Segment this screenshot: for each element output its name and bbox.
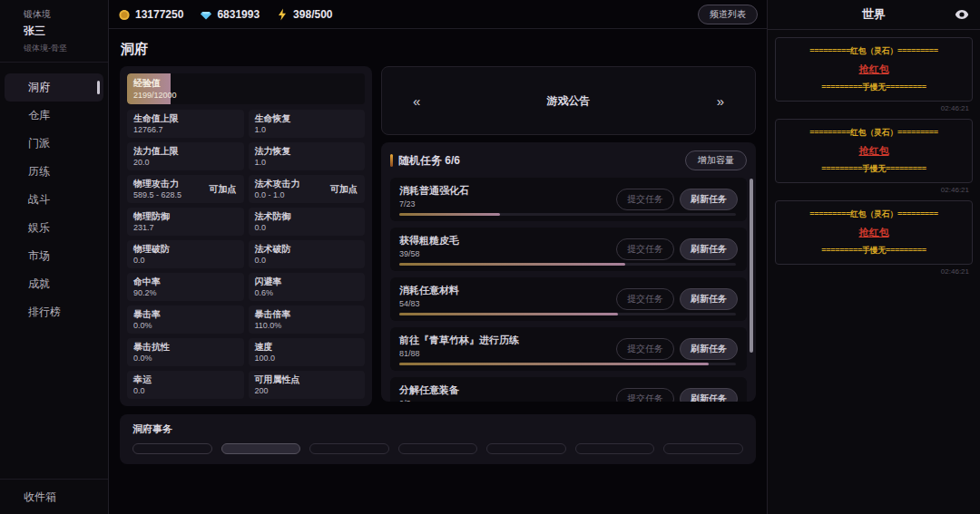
stat-label: 生命恢复 <box>255 113 359 123</box>
sidebar-item-label: 洞府 <box>28 81 50 93</box>
announcement-next-arrow[interactable]: » <box>717 93 724 109</box>
sidebar-item[interactable]: 门派 <box>5 130 103 158</box>
sidebar-item[interactable]: 成就 <box>5 270 103 298</box>
add-point-link[interactable]: 可加点 <box>330 183 358 196</box>
chat-message-wrap: =========红包（灵石）========= 抢红包 =========手慢… <box>775 119 973 194</box>
gold-amount: 13177250 <box>135 8 183 21</box>
affair-button[interactable] <box>309 443 389 454</box>
exp-label: 经验值 <box>133 77 365 90</box>
stat-value: 231.7 <box>133 223 238 232</box>
refresh-task-button[interactable]: 刷新任务 <box>680 388 738 402</box>
stat-box: 暴击抗性 0.0% <box>127 338 244 366</box>
stat-label: 暴击抗性 <box>133 342 238 352</box>
task-progress-fill <box>399 213 500 216</box>
submit-task-button[interactable]: 提交任务 <box>616 388 674 402</box>
sidebar-item[interactable]: 排行榜 <box>5 298 103 326</box>
sidebar-item[interactable]: 娱乐 <box>5 214 103 242</box>
main-area: 13177250 6831993 398/500 频道列表 洞府 <box>109 0 767 514</box>
stat-box: 暴击倍率 110.0% <box>249 305 366 334</box>
task-row: 消耗任意材料 54/83 提交任务 刷新任务 <box>390 277 747 321</box>
game-window: 锻体境 张三 锻体境-骨坚 洞府 仓库 门派 历练 战斗 娱乐 市场 <box>0 0 980 514</box>
grab-red-packet-link[interactable]: 抢红包 <box>859 144 889 158</box>
sidebar-item-label: 市场 <box>28 249 50 262</box>
tasks-scrollbar[interactable] <box>750 179 753 353</box>
stat-box: 生命值上限 12766.7 <box>127 110 244 138</box>
channel-list-button[interactable]: 频道列表 <box>698 5 758 24</box>
sidebar-item-label: 仓库 <box>28 109 50 121</box>
submit-task-button[interactable]: 提交任务 <box>616 288 674 310</box>
affair-button[interactable] <box>663 443 743 454</box>
sidebar-item-label: 排行榜 <box>28 305 61 318</box>
red-packet-banner-bottom: =========手慢无========= <box>779 245 968 257</box>
stat-box: 暴击率 0.0% <box>127 305 244 334</box>
affair-button[interactable] <box>575 443 655 454</box>
refresh-task-button[interactable]: 刷新任务 <box>680 189 738 210</box>
stats-grid: 生命值上限 12766.7 生命恢复 1.0 法力值上限 20.0 <box>127 110 365 399</box>
content-row: 经验值 2199/12000 生命值上限 12766.7 生命恢复 1.0 <box>109 66 767 406</box>
grab-red-packet-link[interactable]: 抢红包 <box>859 226 889 239</box>
stat-value: 1.0 <box>255 158 359 167</box>
add-capacity-button[interactable]: 增加容量 <box>685 150 747 170</box>
stat-label: 暴击率 <box>133 309 238 319</box>
stat-label: 闪避率 <box>255 276 359 286</box>
affair-button[interactable] <box>398 443 478 454</box>
red-packet-message: =========红包（灵石）========= 抢红包 =========手慢… <box>775 200 973 265</box>
energy-currency: 398/500 <box>276 8 332 21</box>
affair-button[interactable] <box>486 443 566 454</box>
sidebar-item[interactable]: 洞府 <box>5 73 103 102</box>
chat-message-wrap: =========红包（灵石）========= 抢红包 =========手慢… <box>775 37 973 112</box>
red-packet-banner-top: =========红包（灵石）========= <box>779 209 968 220</box>
sidebar: 锻体境 张三 锻体境-骨坚 洞府 仓库 门派 历练 战斗 娱乐 市场 <box>0 0 109 514</box>
sidebar-item-inbox[interactable]: 收件箱 <box>0 479 108 514</box>
stat-label: 暴击倍率 <box>255 309 359 319</box>
add-point-link[interactable]: 可加点 <box>210 183 237 196</box>
red-packet-banner-top: =========红包（灵石）========= <box>779 127 968 139</box>
stat-box: 生命恢复 1.0 <box>249 110 366 138</box>
stat-value: 0.0 <box>255 256 359 265</box>
sidebar-item[interactable]: 战斗 <box>5 186 103 214</box>
submit-task-button[interactable]: 提交任务 <box>616 189 674 210</box>
chat-messages: =========红包（灵石）========= 抢红包 =========手慢… <box>768 30 980 514</box>
task-list: 消耗普通强化石 7/23 提交任务 刷新任务 获得粗糙皮毛 <box>390 178 747 402</box>
eye-icon[interactable] <box>955 9 969 20</box>
refresh-task-button[interactable]: 刷新任务 <box>680 238 738 260</box>
sidebar-item-label: 战斗 <box>28 193 50 206</box>
tasks-header: 随机任务 6/6 增加容量 <box>390 150 747 170</box>
task-row: 消耗普通强化石 7/23 提交任务 刷新任务 <box>390 178 747 221</box>
grab-red-packet-link[interactable]: 抢红包 <box>859 63 889 76</box>
stat-value: 110.0% <box>255 321 359 330</box>
submit-task-button[interactable]: 提交任务 <box>616 238 674 260</box>
right-column: « 游戏公告 » 随机任务 6/6 增加容量 消耗普通强化石 7/23 <box>381 66 756 402</box>
red-packet-message: =========红包（灵石）========= 抢红包 =========手慢… <box>775 119 973 183</box>
chat-message-wrap: =========红包（灵石）========= 抢红包 =========手慢… <box>775 200 973 276</box>
refresh-task-button[interactable]: 刷新任务 <box>680 338 738 360</box>
lightning-icon <box>276 8 289 21</box>
sidebar-item[interactable]: 市场 <box>5 242 103 270</box>
affair-button[interactable] <box>132 443 212 454</box>
task-progress-fill <box>399 363 709 365</box>
stat-value: 200 <box>255 386 359 395</box>
submit-task-button[interactable]: 提交任务 <box>616 338 674 360</box>
affairs-buttons <box>132 443 743 454</box>
topbar: 13177250 6831993 398/500 频道列表 <box>109 0 767 29</box>
sidebar-item-label: 历练 <box>28 165 50 178</box>
affair-button[interactable] <box>221 443 301 454</box>
stat-value: 90.2% <box>133 288 238 297</box>
page-title: 洞府 <box>121 41 767 58</box>
sidebar-menu: 洞府 仓库 门派 历练 战斗 娱乐 市场 成就 排行榜 <box>0 63 108 479</box>
stat-box: 物理防御 231.7 <box>127 208 244 236</box>
sidebar-item[interactable]: 历练 <box>5 158 103 186</box>
sidebar-item[interactable]: 仓库 <box>5 102 103 130</box>
stat-box: 可用属性点 200 <box>249 371 366 399</box>
player-realm: 锻体境 <box>24 8 101 21</box>
player-name: 张三 <box>24 24 101 39</box>
announcement-prev-arrow[interactable]: « <box>413 93 420 109</box>
stat-label: 法术破防 <box>255 244 359 254</box>
stat-label: 可用属性点 <box>255 374 359 384</box>
stat-label: 生命值上限 <box>133 113 238 123</box>
stat-label: 法术防御 <box>255 211 359 221</box>
exp-value: 2199/12000 <box>133 91 365 100</box>
task-progress-fill <box>399 313 618 315</box>
refresh-task-button[interactable]: 刷新任务 <box>680 288 738 310</box>
task-row: 获得粗糙皮毛 39/58 提交任务 刷新任务 <box>390 228 747 271</box>
